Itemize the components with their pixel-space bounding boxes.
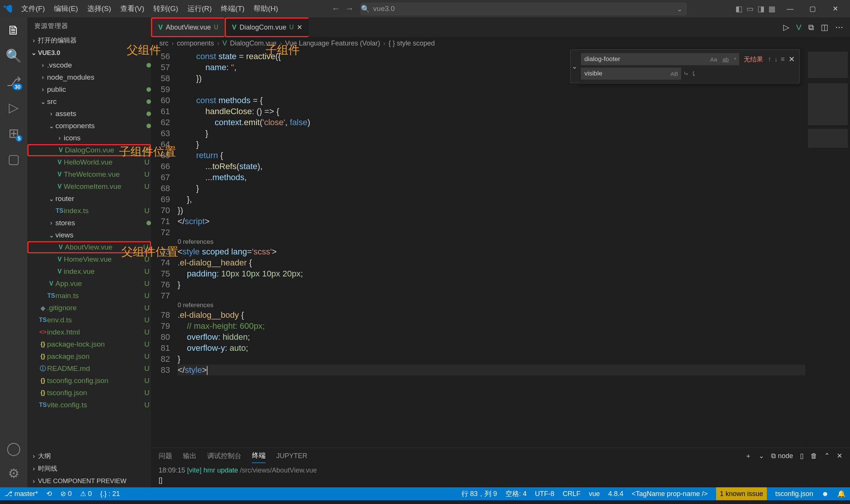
minimize-button[interactable]: —	[779, 0, 801, 17]
brackets-status[interactable]: {.} : 21	[100, 490, 120, 498]
code-body[interactable]: const state = reactive({ name: '', }) co…	[178, 49, 805, 447]
preview-icon[interactable]: ▢	[6, 151, 22, 167]
explorer-icon[interactable]: 🗎	[6, 22, 22, 38]
tag-mode-status[interactable]: <TagName prop-name />	[632, 490, 708, 498]
menu-item[interactable]: 转到(G)	[149, 2, 183, 16]
breadcrumb-item[interactable]: src	[159, 39, 168, 47]
feedback-icon[interactable]: ☻	[822, 490, 829, 498]
file-item[interactable]: TSindex.tsU	[27, 205, 151, 217]
file-item[interactable]: VApp.vueU	[27, 278, 151, 290]
trash-icon[interactable]: 🗑	[811, 452, 817, 460]
terminal-profile[interactable]: ⧉ node	[771, 452, 793, 460]
folder-item[interactable]: ⌄router	[27, 193, 151, 205]
find-close-icon[interactable]: ✕	[787, 55, 796, 64]
breadcrumb-item[interactable]: DialogCom.vue	[230, 39, 277, 47]
close-button[interactable]: ✕	[824, 0, 847, 17]
replace-input[interactable]	[581, 68, 681, 80]
debug-icon[interactable]: ▷	[6, 99, 22, 115]
file-item[interactable]: VAboutView.vueU	[27, 241, 151, 253]
scm-icon[interactable]: ⎇30	[6, 74, 22, 89]
folder-item[interactable]: ⌄views	[27, 229, 151, 241]
eol-status[interactable]: CRLF	[563, 490, 581, 498]
errors-status[interactable]: ⊘ 0	[60, 490, 72, 498]
folder-item[interactable]: ›icons	[27, 132, 151, 144]
file-item[interactable]: <>index.htmlU	[27, 326, 151, 338]
folder-item[interactable]: ›node_modules	[27, 71, 151, 83]
menu-item[interactable]: 运行(R)	[183, 2, 216, 16]
folder-item[interactable]: ⌄src	[27, 96, 151, 108]
outline-section[interactable]: ›大纲	[27, 450, 151, 462]
file-item[interactable]: Vindex.vueU	[27, 265, 151, 278]
panel-max-icon[interactable]: ⌃	[824, 452, 830, 460]
command-center[interactable]: 🔍 vue3.0 ⌄	[360, 3, 687, 15]
file-item[interactable]: VTheWelcome.vueU	[27, 168, 151, 181]
indent-status[interactable]: 空格: 4	[505, 489, 527, 498]
menu-item[interactable]: 文件(F)	[17, 2, 49, 16]
replace-one-icon[interactable]: ⤷	[683, 70, 689, 78]
file-item[interactable]: VHomeView.vueU	[27, 253, 151, 265]
cursor-pos-status[interactable]: 行 83，列 9	[461, 489, 497, 498]
editor-tab[interactable]: VAboutView.vueU	[151, 17, 225, 37]
file-item[interactable]: ⓘREADME.mdU	[27, 363, 151, 375]
replace-all-icon[interactable]: ⤹	[691, 70, 696, 78]
panel-tab[interactable]: 调试控制台	[207, 449, 241, 463]
branch-status[interactable]: ⎇ master*	[5, 490, 38, 498]
folder-item[interactable]: ›assets	[27, 108, 151, 120]
file-item[interactable]: {}package-lock.jsonU	[27, 338, 151, 350]
match-case-icon[interactable]: Aa	[709, 55, 719, 63]
file-item[interactable]: VWelcomeItem.vueU	[27, 181, 151, 193]
new-terminal-icon[interactable]: ＋	[745, 451, 752, 460]
terminal-body[interactable]: 18:09:15 [vite] hmr update /src/views/Ab…	[151, 464, 850, 487]
menu-item[interactable]: 终端(T)	[216, 2, 249, 16]
folder-item[interactable]: ›.vscode	[27, 59, 151, 71]
preserve-case-icon[interactable]: AB	[669, 70, 680, 78]
file-item[interactable]: {}tsconfig.config.jsonU	[27, 375, 151, 387]
timeline-section[interactable]: ›时间线	[27, 462, 151, 475]
encoding-status[interactable]: UTF-8	[535, 490, 554, 498]
find-prev-icon[interactable]: ↑	[768, 55, 771, 63]
panel-tab[interactable]: 终端	[252, 449, 266, 463]
issues-status[interactable]: 1 known issue	[716, 487, 767, 500]
sync-status[interactable]: ⟲	[46, 490, 52, 498]
lang-status[interactable]: vue	[589, 490, 600, 498]
menu-item[interactable]: 编辑(E)	[49, 2, 82, 16]
panel-tab[interactable]: JUPYTER	[276, 450, 307, 462]
menu-item[interactable]: 查看(V)	[116, 2, 149, 16]
file-item[interactable]: ◆.gitignoreU	[27, 302, 151, 314]
breadcrumb-item[interactable]: Vue Language Features (Volar)	[285, 39, 380, 47]
file-item[interactable]: {}tsconfig.jsonU	[27, 387, 151, 399]
breadcrumb-item[interactable]: { } style scoped	[389, 39, 435, 47]
panel-tab[interactable]: 输出	[183, 449, 197, 463]
regex-icon[interactable]: *	[733, 55, 738, 63]
gear-icon[interactable]: ⚙	[6, 465, 22, 481]
maximize-button[interactable]: ▢	[801, 0, 824, 17]
folder-item[interactable]: ⌄components	[27, 120, 151, 132]
editor-actions[interactable]: ▷V⧉◫⋯	[776, 17, 850, 37]
warnings-status[interactable]: ⚠ 0	[80, 490, 92, 498]
file-item[interactable]: VDialogCom.vueU	[27, 144, 151, 156]
whole-word-icon[interactable]: ab	[721, 55, 730, 63]
file-item[interactable]: TSenv.d.tsU	[27, 314, 151, 326]
panel-tab[interactable]: 问题	[159, 449, 172, 463]
file-item[interactable]: VHelloWorld.vueU	[27, 156, 151, 168]
search-activity-icon[interactable]: 🔍	[6, 48, 22, 64]
editor-tab[interactable]: VDialogCom.vueU✕	[225, 17, 309, 37]
panel-layout-icon[interactable]: ▯	[800, 452, 804, 460]
menu-item[interactable]: 帮助(H)	[249, 2, 282, 16]
minimap[interactable]	[805, 49, 850, 447]
terminal-split-icon[interactable]: ⌄	[759, 452, 764, 460]
find-next-icon[interactable]: ↓	[774, 55, 778, 63]
file-item[interactable]: TSmain.tsU	[27, 290, 151, 302]
folder-item[interactable]: ›stores	[27, 217, 151, 229]
tsconfig-status[interactable]: tsconfig.json	[775, 490, 813, 498]
menu-item[interactable]: 选择(S)	[83, 2, 116, 16]
file-item[interactable]: TSvite.config.tsU	[27, 399, 151, 411]
find-selection-icon[interactable]: ≡	[781, 55, 785, 63]
vcp-section[interactable]: ›VUE COMPONENT PREVIEW	[27, 475, 151, 487]
layout-controls[interactable]: ◧▭◨▦	[735, 4, 779, 13]
breadcrumb[interactable]: src›components›V DialogCom.vue›Vue Langu…	[151, 37, 850, 49]
find-toggle-replace[interactable]: ⌄	[570, 50, 578, 83]
ts-version-status[interactable]: 4.8.4	[608, 490, 623, 498]
extensions-icon[interactable]: ⊞5	[6, 125, 22, 141]
file-item[interactable]: {}package.jsonU	[27, 350, 151, 363]
